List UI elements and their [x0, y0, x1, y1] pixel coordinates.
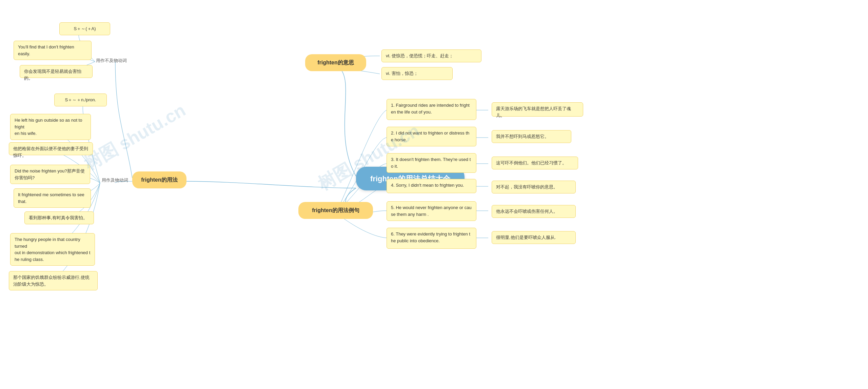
node-lj3-cn: 这可吓不倒他们。他们已经习惯了。 [492, 157, 578, 169]
node-cn4: 那个国家的饥饿群众纷纷示威游行,使统治阶级大为惊恐。 [9, 271, 98, 290]
mindmap-container: frighten的用法总结大全 frighten的用法 frighten的意思 … [0, 0, 868, 389]
node-lj4-cn: 对不起，我没有吓唬你的意思。 [492, 181, 576, 193]
node-vi: vi. 害怕，惊恐； [381, 67, 453, 80]
watermark-1: 树图 shutu.cn [80, 99, 190, 176]
node-lj1-en: 1. Fairground rides are intended to frig… [387, 99, 476, 120]
node-lj6-en: 6. They were evidently trying to frighte… [387, 228, 476, 249]
node-yisi: frighten的意思 [305, 54, 366, 71]
node-pattern1: S＋～(＋A) [59, 22, 110, 35]
node-lj1-cn: 露天游乐场的飞车就是想把人吓丢了魂儿。 [492, 102, 583, 117]
node-lj4-en: 4. Sorry, I didn't mean to frighten you. [387, 179, 476, 193]
label-budong: 用作不及物动词 [93, 56, 137, 68]
node-en3: Did the noise frighten you?那声音使你害怕吗? [10, 165, 90, 184]
node-en2: He left his gun outside so as not to fri… [10, 114, 91, 140]
node-en5: The hungry people in that country turned… [10, 233, 95, 266]
label-jidong: 用作及物动词 [99, 176, 140, 188]
node-lj5-en: 5. He would never frighten anyone or cau… [387, 201, 476, 221]
node-vt: vt. 使惊恐，使恐慌；吓走、赶走； [381, 49, 481, 62]
node-en1: You'll find that I don't frighten easily… [14, 41, 92, 60]
node-pattern2: S＋～＋n./pron. [54, 94, 107, 106]
node-en4: It frightened me sometimes to see that. [14, 188, 91, 208]
node-lj2-cn: 我并不想吓到马或惹怒它。 [492, 130, 571, 143]
node-liju: frighten的用法例句 [298, 202, 373, 219]
node-cn2: 他把枪留在外面以便不使他的妻子受到惊吓。 [9, 142, 93, 155]
node-lj2-en: 2. I did not want to frighten or distres… [387, 127, 476, 146]
node-cn3: 看到那种事,有时真令我害怕。 [24, 211, 94, 224]
node-lj5-cn: 他永远不会吓唬或伤害任何人。 [492, 205, 576, 218]
node-cn1: 你会发现我不是轻易就会害怕的。 [20, 65, 93, 78]
node-lj6-cn: 很明显,他们是要吓唬众人服从. [492, 231, 576, 244]
node-lj3-en: 3. It doesn't frighten them. They're use… [387, 153, 476, 173]
node-yongfa: frighten的用法 [132, 171, 186, 188]
